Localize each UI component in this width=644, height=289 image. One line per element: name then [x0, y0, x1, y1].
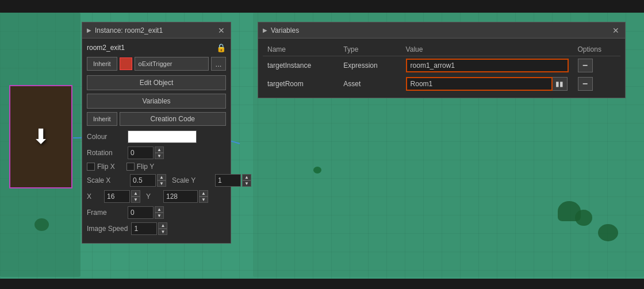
- var-value-input-1[interactable]: [406, 77, 553, 91]
- asset-picker-button[interactable]: ▮▮: [553, 77, 568, 91]
- x-input[interactable]: [104, 190, 130, 203]
- image-speed-spinner: ▲ ▼: [131, 222, 167, 235]
- table-row: targetRoom Asset ▮▮ −: [263, 75, 620, 93]
- tree5: [313, 167, 321, 174]
- xy-row: X ▲ ▼ Y ▲ ▼: [87, 190, 226, 203]
- scale-y-down-btn[interactable]: ▼: [242, 180, 251, 187]
- scale-y-input[interactable]: [215, 174, 241, 187]
- frame-row: Frame ▲ ▼: [87, 206, 226, 219]
- col-value-header: Value: [401, 43, 573, 56]
- scale-x-spinner-btns: ▲ ▼: [157, 174, 166, 187]
- variables-header-row: Name Type Value Options: [263, 43, 620, 56]
- scale-x-input[interactable]: [130, 174, 156, 187]
- y-input[interactable]: [163, 190, 198, 203]
- x-label: X: [87, 192, 98, 201]
- tree2: [575, 210, 592, 226]
- var-name-1: targetRoom: [263, 75, 339, 93]
- y-spinner-btns: ▲ ▼: [199, 190, 208, 203]
- rotation-down-btn[interactable]: ▼: [155, 153, 164, 159]
- instance-panel-title: ▶ Instance: room2_exit1: [87, 26, 163, 34]
- inherit-creation-button[interactable]: Inherit: [87, 112, 117, 126]
- var-value-cell-0: [401, 56, 573, 75]
- colour-row: Colour: [87, 130, 226, 143]
- x-spinner-btns: ▲ ▼: [131, 190, 140, 203]
- flip-y-checkbox[interactable]: [126, 163, 135, 171]
- dots-button[interactable]: ...: [211, 57, 226, 71]
- variables-table: Name Type Value Options targetInstance E…: [263, 43, 620, 93]
- var-type-1: Asset: [339, 75, 401, 93]
- variables-panel-title: ▶ Variables: [263, 26, 299, 34]
- canvas-preview: ⬇: [9, 85, 72, 188]
- flip-x-text: Flip X: [97, 163, 115, 171]
- y-down-btn[interactable]: ▼: [199, 196, 208, 203]
- instance-name-label: room2_exit1: [87, 44, 125, 52]
- var-options-0: −: [573, 56, 620, 75]
- frame-spinner-btns: ▲ ▼: [155, 206, 164, 219]
- y-up-btn[interactable]: ▲: [199, 190, 208, 196]
- instance-panel-body: room2_exit1 🔒 Inherit oExitTrigger ... E…: [82, 38, 231, 243]
- image-speed-down-btn[interactable]: ▼: [158, 229, 167, 235]
- col-type-header: Type: [339, 43, 401, 56]
- instance-panel-header: ▶ Instance: room2_exit1 ✕: [82, 22, 231, 38]
- y-label: Y: [146, 192, 158, 201]
- canvas-inner: ⬇: [10, 86, 71, 187]
- object-row: Inherit oExitTrigger ...: [87, 57, 226, 71]
- variables-button[interactable]: Variables: [87, 94, 226, 109]
- variables-panel-body: Name Type Value Options targetInstance E…: [258, 38, 625, 98]
- inherit-button[interactable]: Inherit: [87, 57, 117, 71]
- flip-y-label: Flip Y: [126, 163, 154, 171]
- bottom-bar: [0, 279, 644, 289]
- color-swatch[interactable]: [120, 57, 132, 70]
- image-speed-input[interactable]: [131, 222, 157, 235]
- instance-panel-title-text: Instance: room2_exit1: [95, 26, 163, 34]
- edit-object-button[interactable]: Edit Object: [87, 75, 226, 90]
- frame-input[interactable]: [128, 206, 154, 219]
- scale-x-down-btn[interactable]: ▼: [157, 180, 166, 187]
- scale-y-up-btn[interactable]: ▲: [242, 174, 251, 180]
- instance-name-row: room2_exit1 🔒: [87, 43, 226, 52]
- var-options-1: −: [573, 75, 620, 93]
- var-value-input-0[interactable]: [406, 59, 569, 72]
- frame-down-btn[interactable]: ▼: [155, 213, 164, 219]
- panel-triangle-icon: ▶: [87, 27, 91, 33]
- image-speed-up-btn[interactable]: ▲: [158, 222, 167, 229]
- rotation-input[interactable]: [128, 147, 154, 159]
- rotation-spinner: ▲ ▼: [128, 147, 164, 159]
- top-bar: [0, 0, 644, 13]
- variables-triangle-icon: ▶: [263, 27, 267, 33]
- instance-panel-close-button[interactable]: ✕: [217, 26, 226, 34]
- var-minus-button-1[interactable]: −: [578, 77, 593, 91]
- instance-panel: ▶ Instance: room2_exit1 ✕ room2_exit1 🔒 …: [82, 22, 231, 244]
- var-minus-button-0[interactable]: −: [578, 59, 593, 72]
- scale-x-up-btn[interactable]: ▲: [157, 174, 166, 180]
- colour-swatch[interactable]: [128, 130, 197, 143]
- scale-y-spinner: ▲ ▼: [215, 174, 251, 187]
- x-up-btn[interactable]: ▲: [131, 190, 140, 196]
- x-spinner: ▲ ▼: [104, 190, 140, 203]
- flip-x-checkbox[interactable]: [87, 163, 95, 171]
- col-options-header: Options: [573, 43, 620, 56]
- scale-row: Scale X ▲ ▼ Scale Y ▲ ▼: [87, 174, 226, 187]
- table-row: targetInstance Expression −: [263, 56, 620, 75]
- variables-panel-close-button[interactable]: ✕: [611, 26, 620, 34]
- frame-spinner: ▲ ▼: [128, 206, 164, 219]
- image-speed-row: Image Speed ▲ ▼: [87, 222, 226, 235]
- x-down-btn[interactable]: ▼: [131, 196, 140, 203]
- rotation-up-btn[interactable]: ▲: [155, 147, 164, 153]
- rotation-spinner-btns: ▲ ▼: [155, 147, 164, 159]
- image-speed-label: Image Speed: [87, 225, 128, 233]
- tree4: [34, 218, 49, 231]
- creation-code-button[interactable]: Creation Code: [120, 112, 226, 126]
- variables-panel-title-text: Variables: [271, 26, 299, 34]
- asset-row: ▮▮: [406, 77, 569, 91]
- var-name-0: targetInstance: [263, 56, 339, 75]
- frame-up-btn[interactable]: ▲: [155, 206, 164, 213]
- tree3: [598, 224, 618, 241]
- frame-label: Frame: [87, 209, 124, 217]
- scale-x-spinner: ▲ ▼: [130, 174, 166, 187]
- lock-icon[interactable]: 🔒: [216, 43, 226, 52]
- scale-x-label: Scale X: [87, 176, 124, 184]
- flip-y-text: Flip Y: [137, 163, 154, 171]
- flip-x-label: Flip X: [87, 163, 115, 171]
- variables-panel-header: ▶ Variables ✕: [258, 22, 625, 38]
